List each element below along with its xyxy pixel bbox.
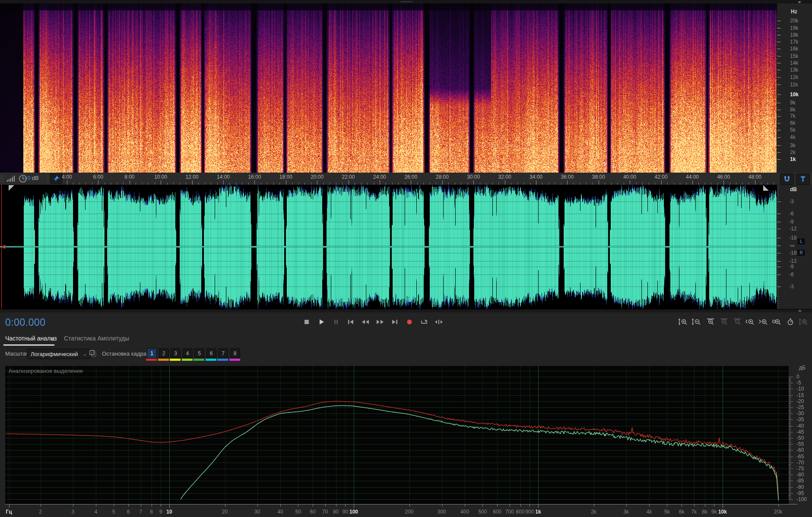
ruler-label: 10k: [790, 92, 799, 97]
transport-bar: 0:00.000: [0, 312, 812, 333]
marker-tee-button[interactable]: [796, 173, 810, 185]
hold-frame-button-2[interactable]: 2: [159, 348, 169, 358]
zoom-reset-button[interactable]: [798, 316, 809, 328]
hold-frame-button-5[interactable]: 5: [194, 348, 204, 358]
timed-record-button[interactable]: [785, 316, 796, 328]
playhead-marker-icon[interactable]: [2, 245, 5, 249]
record-button[interactable]: [404, 316, 415, 328]
transport-buttons: [301, 316, 444, 328]
channel-left-toggle[interactable]: L: [797, 238, 806, 245]
zoom-out-full-button[interactable]: [731, 316, 742, 328]
pin-toggle-button[interactable]: [50, 173, 62, 184]
ruler-label: -6: [789, 272, 794, 277]
time-label: 42:00: [655, 174, 668, 180]
divider-grip-icon[interactable]: [401, 1, 412, 2]
waveform-canvas[interactable]: [0, 185, 777, 309]
scale-select[interactable]: Логарифмический ⌄: [27, 349, 91, 359]
time-label: 10:00: [154, 174, 167, 180]
ruler-label: 19k: [790, 25, 798, 31]
waveform-db-ruler[interactable]: dB -3-6-9-12-18-∞-18-12-9-6-3 L R: [777, 185, 812, 309]
time-label: 22:00: [342, 174, 355, 180]
timecode-display[interactable]: 0:00.000: [5, 317, 46, 328]
scroll-up-arrow-icon[interactable]: [798, 309, 802, 312]
hold-frame-color-bar: [158, 359, 169, 361]
time-label: 40:00: [623, 174, 636, 180]
time-label: 6:00: [93, 174, 103, 180]
ruler-label: 3k: [790, 143, 796, 148]
play-button[interactable]: [316, 316, 327, 328]
hold-label: Остановка кадра:: [102, 350, 148, 357]
loop-playback-button[interactable]: [419, 316, 429, 328]
ruler-label: -18: [789, 250, 796, 255]
go-to-start-button[interactable]: [346, 316, 356, 328]
zoom-in-amplitude-button[interactable]: [678, 316, 689, 328]
ruler-label: 7k: [790, 113, 796, 119]
stop-button[interactable]: [301, 316, 312, 328]
hold-frame-button-8[interactable]: 8: [230, 348, 240, 358]
panel-grip-icon[interactable]: [0, 174, 4, 183]
panel-menu-icon[interactable]: ≡: [51, 335, 55, 343]
collapse-arrow-icon[interactable]: [798, 1, 801, 3]
spectrogram-canvas[interactable]: [0, 3, 777, 173]
hold-frame-color-bar: [229, 359, 240, 361]
time-label: 44:00: [686, 174, 699, 180]
frequency-axis-label: 6: [127, 509, 130, 514]
spectral-frequency-ruler[interactable]: Hz 20k19k18k17k16k15k14k13k12k11k10k9k8k…: [777, 3, 812, 173]
ruler-label: -3: [789, 199, 794, 204]
channel-right-toggle[interactable]: R: [797, 249, 806, 256]
plot-frequency-axis: Гц23456789102030405060708090100200300400…: [0, 504, 812, 517]
zoom-in-time-button[interactable]: [704, 316, 716, 328]
level-meter-icon[interactable]: [6, 175, 17, 183]
rewind-button[interactable]: [360, 316, 371, 328]
zoom-selection-button[interactable]: [771, 316, 783, 328]
go-to-end-button[interactable]: [390, 316, 400, 328]
frequency-axis-label: 3k: [623, 509, 629, 514]
waveform-area[interactable]: [0, 185, 777, 309]
hold-frame-color-bar: [217, 359, 228, 361]
hold-frame-button-3[interactable]: 3: [171, 348, 181, 358]
time-label: 30:00: [467, 174, 480, 180]
db-axis-label: -30: [796, 411, 804, 416]
frequency-axis-label: 6k: [679, 509, 685, 514]
ruler-label: -3: [789, 284, 794, 289]
ruler-label: 4k: [790, 135, 796, 140]
chevron-down-icon: ⌄: [83, 351, 87, 357]
db-axis-label: -60: [796, 448, 804, 453]
hold-frame-button-7[interactable]: 7: [218, 348, 228, 358]
hold-frame-button-4[interactable]: 4: [183, 348, 193, 358]
hold-frame-button-6[interactable]: 6: [206, 348, 216, 358]
hold-frame-button-1[interactable]: 1: [147, 348, 157, 358]
frequency-axis-label: 7: [140, 509, 143, 514]
selection-handle-right[interactable]: [763, 185, 769, 191]
zoom-in-point-button[interactable]: [745, 316, 756, 328]
zoom-out-point-button[interactable]: [758, 316, 769, 328]
tab-amplitude-statistics[interactable]: Статистика Амплитуды: [64, 335, 129, 342]
gain-value[interactable]: +0dB: [24, 175, 39, 181]
skip-selection-button[interactable]: [434, 316, 444, 328]
ruler-label: 12k: [790, 75, 798, 80]
ruler-label: 17k: [790, 39, 798, 44]
ruler-label: -9: [789, 264, 794, 269]
time-label: 48:00: [749, 174, 761, 180]
selection-handle-left[interactable]: [9, 185, 14, 191]
ruler-label: 11k: [790, 82, 798, 87]
zoom-out-amplitude-button[interactable]: [691, 316, 702, 328]
frequency-axis-label: 40: [277, 509, 283, 514]
db-axis-label: -80: [796, 472, 804, 477]
frequency-axis-label: 1k: [535, 509, 541, 514]
time-label: 32:00: [498, 174, 511, 180]
frequency-axis-label: 90: [343, 509, 348, 514]
db-axis-label: -10: [796, 386, 804, 391]
copy-snapshot-button[interactable]: [89, 350, 97, 357]
tab-frequency-analysis[interactable]: Частотный анализ: [5, 335, 57, 342]
timeline-ruler[interactable]: +0dB 4:006:008:0010:0012:0014:0016:0018:…: [0, 173, 812, 185]
frequency-axis-label: 50: [295, 509, 301, 514]
frequency-axis-label: 9k: [711, 509, 717, 514]
frequency-axis-label: 4k: [647, 509, 652, 514]
pause-button[interactable]: [331, 316, 341, 328]
fast-forward-button[interactable]: [375, 316, 385, 328]
frequency-plot-canvas[interactable]: [5, 366, 789, 504]
snap-magnet-button[interactable]: [780, 173, 794, 185]
zoom-out-time-button[interactable]: [718, 316, 729, 328]
frequency-axis-label: 30: [254, 509, 260, 514]
